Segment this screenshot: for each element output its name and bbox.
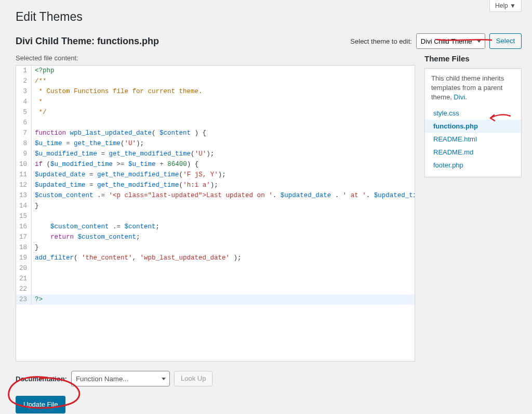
code-text[interactable]: $custom_content .= '<p class="last-updat… — [32, 190, 415, 201]
code-text[interactable]: $u_modified_time = get_the_modified_time… — [32, 149, 415, 159]
line-number: 14 — [16, 201, 32, 211]
code-line[interactable]: 8$u_time = get_the_time('U'); — [16, 138, 415, 149]
code-line[interactable]: 11$updated_date = get_the_modified_time(… — [16, 170, 415, 180]
code-line[interactable]: 17 return $custom_content; — [16, 232, 415, 242]
line-number: 2 — [16, 76, 32, 86]
code-text[interactable]: * — [32, 97, 415, 107]
theme-file-item[interactable]: style.css — [431, 107, 515, 120]
code-line[interactable]: 7function wpb_last_updated_date( $conten… — [16, 128, 415, 138]
code-text[interactable]: $u_time = get_the_time('U'); — [32, 138, 415, 149]
line-number: 11 — [16, 170, 32, 180]
code-line[interactable]: 19add_filter( 'the_content', 'wpb_last_u… — [16, 253, 415, 263]
code-line[interactable]: 23?> — [16, 294, 415, 305]
code-line[interactable]: 9$u_modified_time = get_the_modified_tim… — [16, 149, 415, 159]
code-text[interactable]: $updated_date = get_the_modified_time('F… — [32, 170, 415, 180]
code-text[interactable] — [32, 284, 415, 294]
code-line[interactable]: 13$custom_content .= '<p class="last-upd… — [16, 190, 415, 201]
line-number: 18 — [16, 242, 32, 253]
line-number: 10 — [16, 159, 32, 170]
code-text[interactable]: <?php — [32, 66, 415, 76]
code-text[interactable]: $updated_time = get_the_modified_time('h… — [32, 180, 415, 190]
code-line[interactable]: 12$updated_time = get_the_modified_time(… — [16, 180, 415, 190]
code-line[interactable]: 3 * Custom Functions file for current th… — [16, 86, 415, 97]
selected-file-label: Selected file content: — [16, 54, 415, 62]
select-button[interactable]: Select — [489, 33, 522, 49]
line-number: 16 — [16, 222, 32, 232]
line-number: 23 — [16, 294, 32, 305]
line-number: 5 — [16, 107, 32, 118]
line-number: 21 — [16, 274, 32, 284]
file-title: Divi Child Theme: functions.php — [16, 36, 159, 47]
code-text[interactable]: } — [32, 242, 415, 253]
line-number: 15 — [16, 211, 32, 222]
code-line[interactable]: 16 $custom_content .= $content; — [16, 222, 415, 232]
parent-theme-link[interactable]: Divi — [454, 93, 465, 101]
code-text[interactable]: function wpb_last_updated_date( $content… — [32, 128, 415, 138]
code-line[interactable]: 22 — [16, 284, 415, 294]
line-number: 12 — [16, 180, 32, 190]
code-line[interactable]: 18} — [16, 242, 415, 253]
code-line[interactable]: 2/** — [16, 76, 415, 86]
code-text[interactable]: ?> — [32, 294, 415, 305]
documentation-label: Documentation: — [16, 375, 67, 383]
code-text[interactable] — [32, 118, 415, 128]
code-line[interactable]: 14} — [16, 201, 415, 211]
line-number: 4 — [16, 97, 32, 107]
select-theme-label: Select theme to edit: — [350, 37, 412, 45]
line-number: 13 — [16, 190, 32, 201]
documentation-select[interactable]: Function Name... — [71, 371, 170, 386]
help-tab[interactable]: Help ▼ — [489, 0, 522, 12]
line-number: 19 — [16, 253, 32, 263]
line-number: 22 — [16, 284, 32, 294]
code-line[interactable]: 21 — [16, 274, 415, 284]
code-text[interactable]: /** — [32, 76, 415, 86]
line-number: 20 — [16, 263, 32, 274]
code-text[interactable] — [32, 263, 415, 274]
lookup-button[interactable]: Look Up — [174, 371, 212, 386]
line-number: 17 — [16, 232, 32, 242]
code-text[interactable]: */ — [32, 107, 415, 118]
theme-file-item[interactable]: README.html — [431, 133, 515, 146]
code-text[interactable]: if ($u_modified_time >= $u_time + 86400)… — [32, 159, 415, 170]
theme-file-item[interactable]: footer.php — [431, 159, 515, 172]
code-line[interactable]: 6 — [16, 118, 415, 128]
code-line[interactable]: 10if ($u_modified_time >= $u_time + 8640… — [16, 159, 415, 170]
code-text[interactable] — [32, 211, 415, 222]
line-number: 7 — [16, 128, 32, 138]
line-number: 8 — [16, 138, 32, 149]
theme-select[interactable]: Divi Child Theme — [416, 33, 485, 49]
code-line[interactable]: 4 * — [16, 97, 415, 107]
line-number: 3 — [16, 86, 32, 97]
inherit-text: This child theme inherits templates from… — [431, 74, 515, 102]
code-text[interactable]: } — [32, 201, 415, 211]
line-number: 6 — [16, 118, 32, 128]
code-text[interactable]: $custom_content .= $content; — [32, 222, 415, 232]
code-text[interactable] — [32, 274, 415, 284]
theme-file-item[interactable]: README.md — [431, 146, 515, 159]
update-file-button[interactable]: Update File — [16, 396, 65, 413]
page-title: Edit Themes — [16, 5, 522, 26]
code-text[interactable]: * Custom Functions file for current them… — [32, 86, 415, 97]
code-line[interactable]: 1<?php — [16, 66, 415, 76]
theme-file-item[interactable]: functions.php — [425, 120, 521, 133]
line-number: 9 — [16, 149, 32, 159]
code-line[interactable]: 5 */ — [16, 107, 415, 118]
code-line[interactable]: 15 — [16, 211, 415, 222]
theme-files-heading: Theme Files — [424, 54, 522, 63]
code-editor[interactable]: 1<?php2/**3 * Custom Functions file for … — [16, 65, 415, 361]
code-line[interactable]: 20 — [16, 263, 415, 274]
code-text[interactable]: add_filter( 'the_content', 'wpb_last_upd… — [32, 253, 415, 263]
line-number: 1 — [16, 66, 32, 76]
code-text[interactable]: return $custom_content; — [32, 232, 415, 242]
